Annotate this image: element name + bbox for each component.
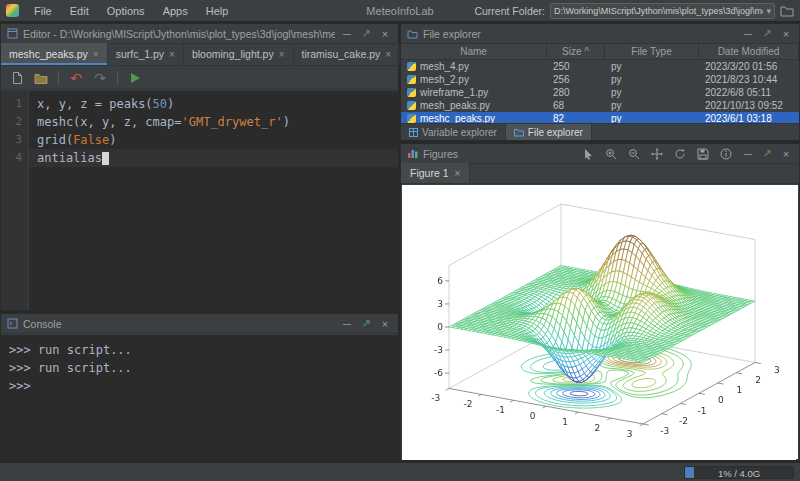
editor-close-icon[interactable]: × (378, 28, 392, 40)
browse-folder-icon[interactable] (780, 5, 794, 17)
figure-tab-close-icon[interactable]: × (455, 168, 461, 179)
zoom-out-icon[interactable] (624, 144, 644, 164)
identify-info-icon[interactable] (716, 144, 736, 164)
memory-usage-text: 1% / 4.0G (685, 467, 793, 478)
console-icon (7, 318, 18, 329)
tab-file-explorer[interactable]: File explorer (506, 124, 592, 140)
file-explorer-title: File explorer (423, 28, 736, 40)
column-header-modified[interactable]: Date Modified (699, 44, 799, 59)
tab-close-icon[interactable]: × (169, 49, 175, 60)
menu-options[interactable]: Options (100, 3, 152, 19)
text-caret (102, 152, 109, 165)
pan-icon[interactable] (647, 144, 667, 164)
file-table-header: Name Size ^ File Type Date Modified (401, 44, 799, 60)
editor-panel-header: Editor - D:\Working\MIScript\Jython\mis\… (1, 24, 398, 44)
editor-float-icon[interactable]: ↗ (359, 27, 373, 40)
toolbar-separator (117, 71, 118, 85)
save-figure-icon[interactable] (693, 144, 713, 164)
tab-close-icon[interactable]: × (93, 49, 99, 60)
file-explorer-icon (407, 29, 418, 39)
app-logo-icon (6, 4, 19, 17)
tab-label: File explorer (528, 127, 583, 138)
tab-close-icon[interactable]: × (385, 49, 391, 60)
file-row[interactable]: mesh_2.py256py2021/8/23 10:44 (401, 73, 799, 86)
editor-panel-title: Editor - D:\Working\MIScript\Jython\mis\… (23, 28, 335, 40)
editor-tab-meshc-peaks[interactable]: meshc_peaks.py × (1, 43, 108, 65)
figure-area (402, 185, 798, 459)
python-file-icon (407, 114, 416, 123)
memory-indicator[interactable]: 1% / 4.0G (684, 466, 794, 479)
figure-tab-bar: Figure 1 × (401, 164, 799, 184)
code-line[interactable]: grid(False) (29, 131, 398, 149)
figure-3d-mesh-plot[interactable] (402, 185, 796, 460)
editor-tab-label: surfc_1.py (116, 48, 164, 60)
column-header-size[interactable]: Size ^ (547, 44, 605, 59)
editor-tab-blooming-light[interactable]: blooming_light.py × (184, 43, 294, 65)
open-file-icon[interactable] (31, 68, 51, 88)
editor-toolbar: ↶ ↷ (1, 66, 398, 90)
figures-title: Figures (423, 148, 573, 160)
current-folder-combo[interactable]: D:\Working\MIScript\Jython\mis\plot_type… (550, 3, 775, 19)
tab-variable-explorer[interactable]: Variable explorer (401, 124, 506, 140)
editor-tab-label: blooming_light.py (192, 48, 274, 60)
figure-tab-label: Figure 1 (410, 167, 449, 179)
statusbar: 1% / 4.0G (0, 462, 800, 481)
code-line[interactable]: meshc(x, y, z, cmap='GMT_drywet_r') (29, 113, 398, 131)
menu-apps[interactable]: Apps (156, 3, 195, 19)
figures-close-icon[interactable]: × (779, 148, 793, 160)
column-header-name[interactable]: Name (401, 44, 547, 59)
file-row[interactable]: wireframe_1.py280py2022/6/8 05:11 (401, 86, 799, 99)
console-minimize-icon[interactable]: ─ (340, 318, 354, 330)
rotate-icon[interactable] (670, 144, 690, 164)
code-line[interactable]: x, y, z = peaks(50) (29, 95, 398, 113)
redo-icon[interactable]: ↷ (90, 68, 110, 88)
console-line: >>> (9, 377, 390, 395)
figures-panel: Figures (400, 143, 800, 461)
console-float-icon[interactable]: ↗ (359, 317, 373, 330)
zoom-in-icon[interactable] (601, 144, 621, 164)
code-editor[interactable]: 1234 x, y, z = peaks(50)meshc(x, y, z, c… (1, 91, 398, 310)
figures-float-icon[interactable]: ↗ (760, 147, 774, 160)
chevron-down-icon[interactable]: ▾ (766, 6, 771, 16)
editor-tab-surfc-1[interactable]: surfc_1.py × (108, 43, 184, 65)
run-script-icon[interactable] (125, 68, 145, 88)
app-title: MeteoInfoLab (366, 5, 433, 17)
current-folder-label: Current Folder: (474, 5, 545, 17)
new-file-icon[interactable] (7, 68, 27, 88)
undo-icon[interactable]: ↶ (66, 68, 86, 88)
editor-tab-label: tiramisu_cake.py (302, 48, 381, 60)
python-file-icon (407, 62, 416, 71)
editor-tab-tiramisu-cake[interactable]: tiramisu_cake.py × (294, 43, 401, 65)
editor-panel: Editor - D:\Working\MIScript\Jython\mis\… (0, 23, 399, 311)
tab-close-icon[interactable]: × (279, 49, 285, 60)
menu-help[interactable]: Help (199, 3, 236, 19)
figures-minimize-icon[interactable]: ─ (741, 148, 755, 160)
file-explorer-panel: File explorer ─ ↗ × Name Size ^ File Typ… (400, 23, 800, 141)
console-panel: Console ─ ↗ × >>> run script...>>> run s… (0, 313, 399, 461)
editor-tab-label: meshc_peaks.py (9, 48, 88, 60)
line-number-gutter: 1234 (1, 91, 29, 310)
file-row[interactable]: mesh_peaks.py68py2021/10/13 09:52 (401, 99, 799, 112)
file-explorer-float-icon[interactable]: ↗ (760, 27, 774, 40)
console-line: >>> run script... (9, 359, 390, 377)
file-row[interactable]: mesh_4.py250py2023/3/20 01:56 (401, 60, 799, 73)
file-explorer-close-icon[interactable]: × (779, 28, 793, 40)
column-header-filetype[interactable]: File Type (605, 44, 699, 59)
code-lines[interactable]: x, y, z = peaks(50)meshc(x, y, z, cmap='… (29, 91, 398, 310)
console-panel-header: Console ─ ↗ × (1, 314, 398, 334)
meteoinfolab-window: File Edit Options Apps Help MeteoInfoLab… (0, 0, 800, 481)
editor-minimize-icon[interactable]: ─ (340, 28, 354, 40)
editor-tab-bar: meshc_peaks.py × surfc_1.py × blooming_l… (1, 44, 398, 66)
console-close-icon[interactable]: × (378, 318, 392, 330)
select-arrow-icon[interactable] (578, 144, 598, 164)
file-explorer-header: File explorer ─ ↗ × (401, 24, 799, 44)
code-line[interactable]: antialias (29, 149, 398, 167)
tab-label: Variable explorer (422, 127, 497, 138)
file-table-body: mesh_4.py250py2023/3/20 01:56mesh_2.py25… (401, 60, 799, 125)
console-output[interactable]: >>> run script...>>> run script...>>> (1, 335, 398, 460)
menu-edit[interactable]: Edit (63, 3, 96, 19)
menu-file[interactable]: File (27, 3, 59, 19)
file-explorer-minimize-icon[interactable]: ─ (741, 28, 755, 40)
figures-icon (407, 148, 418, 159)
tab-figure-1[interactable]: Figure 1 × (401, 163, 470, 183)
